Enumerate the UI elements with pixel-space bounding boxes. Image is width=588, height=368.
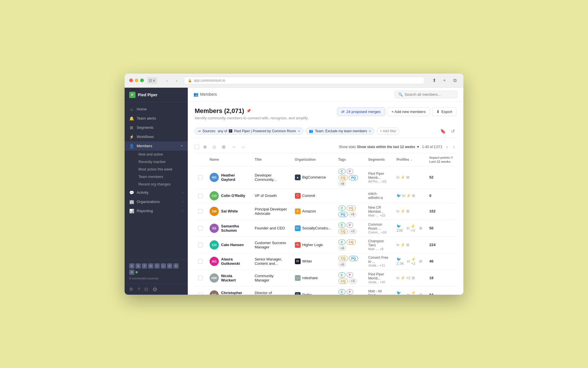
member-name[interactable]: Colin O'Reilly [221, 193, 245, 198]
row-checkbox[interactable] [198, 259, 203, 264]
pin-icon[interactable]: 📌 [246, 109, 251, 113]
sub-nav-recent-org-changes[interactable]: Recent org changes [136, 181, 188, 188]
profile-icon[interactable]: ⊞ [412, 276, 415, 280]
tag-badge[interactable]: P [347, 272, 353, 277]
sub-nav-most-active[interactable]: Most active this week [136, 166, 188, 173]
sub-nav-recently-inactive[interactable]: Recently inactive [136, 158, 188, 166]
sidebar-item-segments[interactable]: ⊞ Segments [125, 123, 188, 132]
profile-icon[interactable]: ⚡ +2 [411, 257, 418, 266]
org-name[interactable]: Reltio [302, 293, 312, 295]
profile-icon[interactable]: in [396, 209, 399, 213]
member-name[interactable]: Alaura Gutkowski [221, 257, 248, 266]
power-button[interactable]: ⏻ [153, 287, 157, 292]
tag-more[interactable]: +3 [349, 278, 357, 284]
member-name[interactable]: Sai White [221, 209, 238, 213]
profile-icon[interactable]: in [396, 243, 399, 247]
profile-icon[interactable]: 🐦 2.3K [396, 257, 406, 266]
tag-badge[interactable]: CQ [347, 239, 356, 245]
profile-icon[interactable]: 🐦 239 [396, 224, 405, 233]
tag-badge[interactable]: CQ [339, 279, 348, 284]
add-members-button[interactable]: + Add new members [387, 107, 430, 116]
remove-source-filter[interactable]: ✕ [298, 129, 300, 133]
tag-badge[interactable]: P [347, 169, 353, 174]
row-checkbox[interactable] [198, 175, 203, 180]
row-checkbox[interactable] [198, 276, 203, 280]
profile-icon[interactable]: 🐦 [396, 193, 401, 198]
col-title[interactable]: Title [251, 153, 291, 166]
tag-badge[interactable]: CQ [339, 175, 348, 180]
remove-team-filter[interactable]: ✕ [369, 129, 371, 133]
profile-icon[interactable]: ⚡ [401, 209, 405, 213]
tag-badge[interactable]: C [339, 289, 345, 294]
sidebar-toggle-button[interactable]: ⊡ ∨ [147, 77, 157, 84]
sidebar-item-team-alerts[interactable]: 🔔 Team alerts [125, 114, 188, 123]
profile-icon[interactable]: ⚡ [401, 243, 405, 247]
profile-icon[interactable]: in [407, 226, 409, 230]
tag-badge[interactable]: P [347, 223, 353, 228]
minimize-button[interactable] [135, 78, 138, 82]
org-name[interactable]: Higher Logic [302, 243, 323, 247]
row-checkbox[interactable] [198, 209, 203, 214]
profile-icon[interactable]: in [396, 175, 399, 179]
address-bar[interactable]: 🔒 app.commonroom.io [184, 77, 424, 84]
tag-more[interactable]: +8 [338, 181, 347, 186]
org-name[interactable]: Amazon [302, 209, 316, 213]
export-button[interactable]: ⬇ Export [432, 107, 457, 116]
profile-icon[interactable]: ⚡ +2 [411, 291, 418, 295]
tag-badge[interactable]: C [339, 239, 345, 245]
prev-page-button[interactable]: ‹ [445, 144, 450, 150]
col-name[interactable]: Name [206, 153, 251, 166]
tag-badge[interactable]: C [339, 169, 345, 174]
sidebar-item-members[interactable]: 👤 Members ▼ [125, 141, 188, 151]
profile-icon[interactable]: ⊞ [406, 243, 409, 247]
tag-more[interactable]: +6 [338, 246, 347, 251]
tag-more[interactable]: +2 [349, 229, 357, 234]
sidebar-item-organizations[interactable]: 🏢 Organizations › [125, 197, 188, 206]
sidebar-item-activity[interactable]: 💬 Activity › [125, 188, 188, 197]
settings-button[interactable]: ⚙ [129, 287, 133, 292]
tag-more[interactable]: +5 [338, 262, 347, 267]
org-name[interactable]: BigCommerce [302, 175, 326, 179]
member-name[interactable]: Heather Gaylord [221, 173, 248, 182]
close-button[interactable] [129, 78, 133, 82]
toolbar-more-btn[interactable]: ··· [240, 143, 247, 150]
profile-icon[interactable]: ⊞ [412, 193, 415, 198]
profile-icon[interactable]: ⊞ [419, 259, 422, 263]
tag-badge[interactable]: P [347, 289, 353, 294]
profile-icon[interactable]: ⊞ [419, 226, 422, 230]
source-filter[interactable]: ⇒ Sources: any of 🅿 Pied Piper | Powered… [195, 128, 303, 135]
profile-icon[interactable]: ⊞ [406, 209, 409, 213]
sidebar-item-home[interactable]: ⌂ Home [125, 105, 188, 114]
col-organization[interactable]: Organization [291, 153, 335, 166]
profile-icon[interactable]: ⚡ [406, 193, 411, 198]
col-segments[interactable]: Segments [365, 153, 393, 166]
next-page-button[interactable]: › [452, 144, 457, 150]
profile-icon[interactable]: ⚡ +2 [401, 276, 410, 280]
tag-badge[interactable]: PQ [349, 256, 358, 261]
member-name[interactable]: Samantha Schumm [221, 224, 248, 233]
tag-badge[interactable]: C [339, 223, 345, 228]
toolbar-move-btn[interactable]: → [230, 143, 237, 150]
share-button[interactable]: ⬆ [430, 76, 438, 85]
fullscreen-button[interactable] [140, 78, 144, 82]
col-tags[interactable]: Tags [335, 153, 365, 166]
col-impact[interactable]: Impact points © Last 12 weeks [426, 153, 457, 166]
profile-icon[interactable]: ⊞ [406, 175, 409, 179]
tag-badge[interactable]: C [339, 272, 345, 277]
toolbar-merge-btn[interactable]: ⊕ [202, 143, 209, 151]
org-name[interactable]: Commit [302, 193, 315, 198]
add-filter-button[interactable]: + Add filter [377, 128, 399, 135]
stats-selector[interactable]: Show stats Show stats within the last 12… [339, 145, 420, 149]
profile-icon[interactable]: in [402, 193, 405, 198]
team-filter[interactable]: 👥 Team: Exclude my team members ✕ [306, 128, 374, 135]
new-tab-button[interactable]: ＋ [440, 76, 448, 85]
row-checkbox[interactable] [198, 193, 203, 198]
row-checkbox[interactable] [198, 226, 203, 231]
row-checkbox[interactable] [198, 293, 203, 295]
org-name[interactable]: SociallyConstru... [302, 226, 331, 230]
profile-icon[interactable]: in [407, 259, 410, 263]
toolbar-add-btn[interactable]: ⊞ [220, 143, 227, 151]
profile-icon[interactable]: ⚡ [401, 175, 405, 179]
bookmark-filter-button[interactable]: 🔖 [438, 128, 448, 135]
member-name[interactable]: Christopher Gusik... [221, 291, 248, 295]
